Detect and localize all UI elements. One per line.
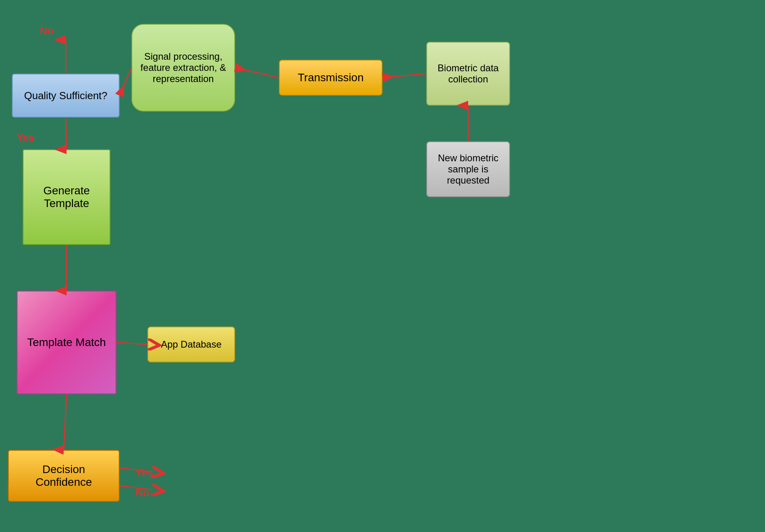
template-to-database-arrow: [116, 342, 147, 344]
yes-right-label: Yes: [135, 467, 153, 479]
app-database-label: App Database: [161, 339, 222, 350]
signal-to-quality-arrow: [120, 68, 131, 96]
app-database-box: App Database: [147, 327, 235, 362]
no-right-label: No: [135, 487, 149, 499]
biometric-to-transmission-arrow: [382, 74, 426, 78]
new-biometric-box: New biometric sample is requested: [426, 141, 510, 197]
new-biometric-label: New biometric sample is requested: [431, 153, 505, 186]
quality-sufficient-box: Quality Sufficient?: [12, 74, 120, 117]
quality-label: Quality Sufficient?: [24, 90, 107, 102]
generate-label: Generate Template: [27, 184, 106, 210]
transmission-box: Transmission: [279, 60, 382, 96]
signal-processing-box: Signal processing, feature extraction, &…: [131, 24, 235, 111]
template-to-decision-arrow: [64, 394, 67, 450]
transmission-to-signal-arrow: [235, 68, 279, 78]
decision-confidence-box: Decision Confidence: [8, 450, 120, 502]
signal-label: Signal processing, feature extraction, &…: [136, 51, 230, 84]
yes-left-label: Yes: [17, 131, 35, 144]
no-top-label: No: [40, 25, 54, 37]
generate-template-box: Generate Template: [23, 149, 110, 245]
diagram-container: Quality Sufficient? Signal processing, f…: [0, 0, 765, 532]
biometric-collection-label: Biometric data collection: [431, 63, 505, 85]
quality-to-generate-arrow: [66, 117, 67, 149]
transmission-label: Transmission: [298, 71, 363, 84]
template-match-box: Template Match: [17, 291, 116, 394]
template-match-label: Template Match: [27, 336, 106, 349]
biometric-collection-box: Biometric data collection: [426, 42, 510, 106]
decision-label: Decision Confidence: [13, 463, 115, 489]
